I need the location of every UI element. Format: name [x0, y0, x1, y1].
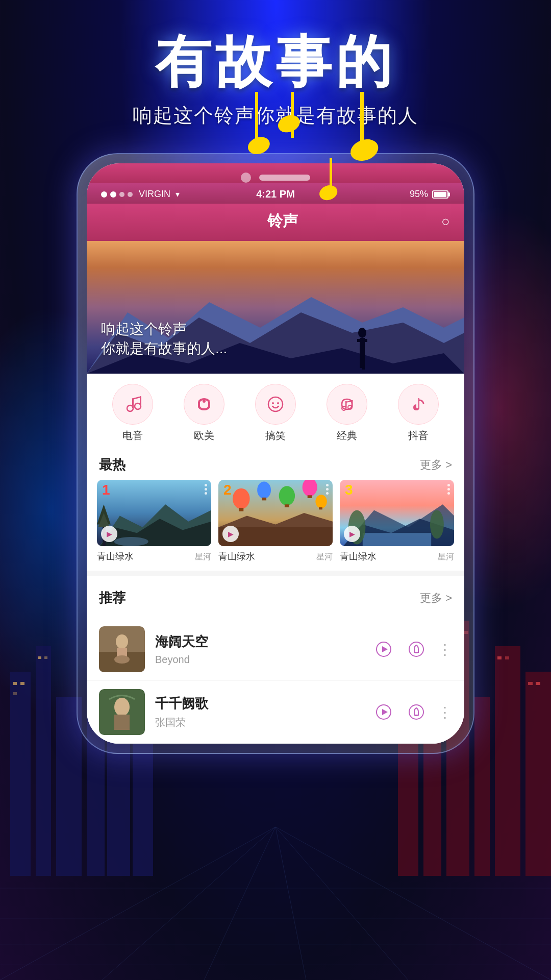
recommend-artist-1: Beyond: [155, 654, 362, 666]
more-button-2[interactable]: ⋮: [438, 704, 452, 721]
oumei-label: 欧美: [194, 429, 214, 443]
speaker-bar: [259, 175, 310, 181]
jingdian-icon-bg: [327, 384, 367, 425]
hot-play-3[interactable]: ▶: [344, 526, 360, 542]
grid-decoration: [0, 725, 551, 980]
camera-dot: [241, 173, 251, 183]
svg-rect-56: [357, 339, 367, 342]
signal-dot-1: [101, 191, 107, 198]
recommend-title-1: 海阔天空: [155, 633, 362, 651]
svg-line-37: [276, 827, 551, 980]
recommend-section-more[interactable]: 更多 >: [420, 591, 452, 606]
hot-section-header: 最热 更多 >: [87, 448, 464, 480]
svg-line-63: [132, 397, 140, 399]
hot-dots-2: [326, 484, 329, 495]
wifi-icon: ▾: [176, 189, 180, 199]
recommend-section-title: 推荐: [99, 589, 126, 607]
hot-dots-1: [205, 484, 207, 495]
category-douyin[interactable]: 抖音: [398, 384, 439, 443]
svg-point-89: [315, 495, 327, 508]
status-bar: VIRGIN ▾ 4:21 PM 95%: [87, 183, 464, 204]
status-right: 95%: [410, 189, 450, 200]
svg-rect-96: [363, 533, 431, 546]
hero-text: 响起这个铃声 你就是有故事的人...: [101, 320, 227, 358]
hot-section-more[interactable]: 更多 >: [420, 457, 452, 473]
recommend-item-1[interactable]: 海阔天空 Beyond ⋮: [87, 618, 464, 681]
hot-name-3: 青山绿水: [340, 550, 377, 562]
recommend-title-2: 千千阙歌: [155, 695, 362, 713]
phone-inner: VIRGIN ▾ 4:21 PM 95% 铃声 ○: [87, 163, 464, 744]
svg-rect-7: [20, 682, 24, 685]
bell-button-2[interactable]: [405, 701, 428, 723]
svg-rect-82: [239, 508, 243, 511]
category-oumei[interactable]: 欧美: [184, 384, 224, 443]
hot-item-2[interactable]: 2 ▶ 青山绿水 星河: [218, 480, 333, 562]
hot-artist-3: 星河: [438, 552, 454, 562]
hot-rank-2: 2: [223, 483, 232, 497]
hero-text-line1: 响起这个铃声: [101, 320, 227, 339]
battery-icon: [431, 190, 450, 199]
douyin-icon-bg: [398, 384, 439, 425]
oumei-icon-bg: [184, 384, 224, 425]
douyin-label: 抖音: [408, 429, 429, 443]
svg-point-79: [114, 537, 148, 546]
dianyin-label: 电音: [122, 429, 143, 443]
svg-point-85: [279, 486, 295, 505]
svg-point-106: [409, 642, 423, 656]
svg-line-36: [276, 827, 408, 980]
status-time: 4:21 PM: [256, 188, 295, 200]
hot-info-2: 青山绿水 星河: [218, 550, 333, 562]
svg-rect-57: [360, 355, 362, 368]
categories-section: 电音 欧美 搞笑 经典: [87, 374, 464, 448]
svg-marker-112: [382, 709, 388, 715]
category-gaoxiao[interactable]: 搞笑: [255, 384, 296, 443]
gaoxiao-icon-bg: [255, 384, 296, 425]
hero-banner: 响起这个铃声 你就是有故事的人...: [87, 241, 464, 374]
svg-rect-107: [415, 652, 418, 653]
svg-rect-84: [262, 498, 266, 501]
signal-dot-3: [119, 192, 124, 197]
svg-line-33: [102, 827, 276, 980]
hot-artist-2: 星河: [316, 552, 333, 562]
play-button-1[interactable]: [372, 638, 395, 660]
svg-point-109: [114, 698, 130, 716]
search-icon[interactable]: ○: [441, 213, 450, 230]
svg-rect-58: [362, 355, 365, 370]
hot-play-2[interactable]: ▶: [222, 526, 239, 542]
svg-point-98: [430, 510, 444, 538]
svg-rect-30: [528, 682, 533, 685]
category-dianyin[interactable]: 电音: [112, 384, 153, 443]
bell-button-1[interactable]: [405, 638, 428, 660]
recommend-item-2[interactable]: 千千阙歌 张国荣 ⋮: [87, 681, 464, 744]
hot-thumb-3: 3 ▶: [340, 480, 454, 546]
svg-point-81: [233, 488, 250, 509]
play-button-2[interactable]: [372, 701, 395, 723]
svg-rect-114: [415, 715, 418, 716]
app-navbar: 铃声 ○: [87, 204, 464, 241]
hot-rank-3: 3: [345, 483, 353, 497]
phone-outer-frame: VIRGIN ▾ 4:21 PM 95% 铃声 ○: [77, 153, 474, 754]
recommend-info-1: 海阔天空 Beyond: [155, 633, 362, 666]
svg-rect-62: [140, 396, 141, 406]
hot-name-2: 青山绿水: [218, 550, 255, 562]
svg-line-32: [0, 827, 276, 980]
section-divider: [87, 571, 464, 576]
svg-rect-31: [536, 682, 540, 685]
svg-point-64: [203, 400, 206, 403]
hot-play-1[interactable]: ▶: [101, 526, 117, 542]
jingdian-label: 经典: [337, 429, 357, 443]
svg-point-101: [116, 634, 128, 649]
hot-item-3[interactable]: 3 ▶ 青山绿水 星河: [340, 480, 454, 562]
dianyin-icon-bg: [112, 384, 153, 425]
more-button-1[interactable]: ⋮: [438, 641, 452, 658]
navbar-title: 铃声: [123, 211, 441, 232]
recommend-actions-2: ⋮: [372, 701, 452, 723]
hot-grid: 1 ▶ 青山绿水 星河: [87, 480, 464, 571]
category-jingdian[interactable]: 经典: [327, 384, 367, 443]
hot-item-1[interactable]: 1 ▶ 青山绿水 星河: [97, 480, 211, 562]
svg-point-103: [114, 655, 130, 664]
hero-text-line2: 你就是有故事的人...: [101, 339, 227, 358]
svg-point-66: [272, 402, 274, 404]
sub-title: 响起这个铃声你就是有故事的人: [0, 103, 551, 129]
svg-rect-110: [114, 715, 130, 730]
